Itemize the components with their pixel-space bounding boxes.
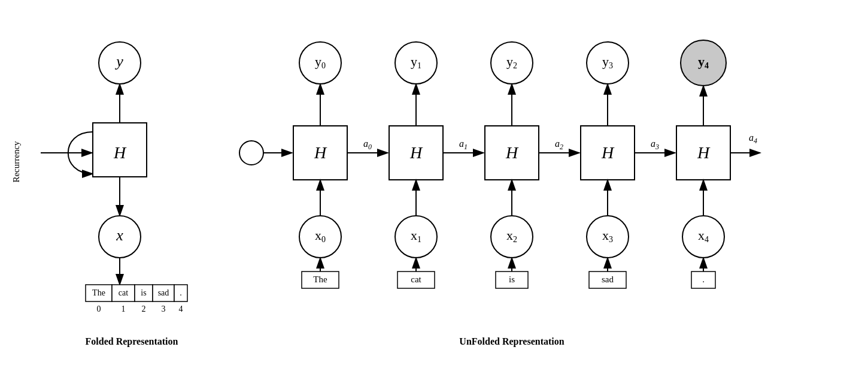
- seq-word-0: The: [92, 288, 105, 297]
- word4-label: .: [702, 275, 705, 284]
- seq-idx-2: 2: [142, 304, 146, 313]
- h0-label: H: [314, 143, 327, 162]
- seq-word-3: sad: [158, 288, 169, 297]
- init-state-circle: [239, 141, 263, 165]
- h3-label: H: [601, 143, 615, 162]
- seq-idx-1: 1: [122, 304, 126, 313]
- word1-label: cat: [411, 275, 421, 284]
- a4-label: a4: [749, 132, 757, 145]
- seq-idx-0: 0: [97, 304, 101, 313]
- seq-idx-3: 3: [162, 304, 166, 313]
- a3-label: a3: [651, 138, 659, 151]
- h4-label: H: [697, 143, 711, 162]
- a1-label: a1: [459, 138, 468, 151]
- unfolded-label: UnFolded Representation: [459, 336, 564, 347]
- seq-word-1: cat: [119, 288, 128, 297]
- diagram-container: Recurrency H y x The cat is sad . 0 1 2 …: [0, 0, 868, 383]
- folded-h-label: H: [113, 143, 127, 162]
- word3-label: sad: [602, 275, 614, 284]
- folded-label: Folded Representation: [86, 336, 178, 347]
- word0-label: The: [313, 275, 327, 284]
- folded-x-label: x: [116, 227, 123, 244]
- word2-label: is: [509, 275, 515, 284]
- seq-idx-4: 4: [179, 304, 183, 313]
- a2-label: a2: [555, 138, 563, 151]
- h2-label: H: [505, 143, 519, 162]
- folded-y-label: y: [114, 53, 123, 70]
- seq-word-4: .: [180, 288, 182, 297]
- a0-label: a0: [363, 138, 372, 151]
- seq-word-2: is: [141, 288, 146, 297]
- recurrency-label: Recurrency: [11, 141, 21, 183]
- h1-label: H: [409, 143, 423, 162]
